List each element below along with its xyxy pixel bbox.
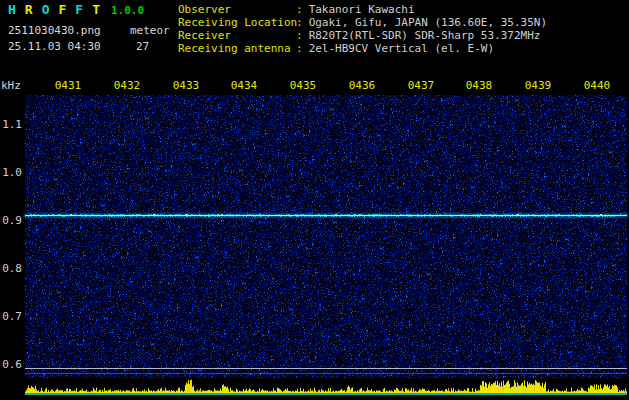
app-title-letter: F	[58, 2, 66, 17]
interference-line-1	[25, 368, 627, 369]
info-value: 2el-HB9CV Vertical (el. E-W)	[309, 42, 494, 55]
info-row-antenna: Receiving antenna:2el-HB9CV Vertical (el…	[178, 42, 547, 55]
info-label: Receiver	[178, 29, 296, 42]
mode-label: meteor	[130, 24, 170, 37]
app-title-letter: R	[25, 2, 33, 17]
time-tick-label: 0432	[114, 79, 141, 92]
freq-tick-label: 1.1	[0, 118, 22, 131]
separator: :	[296, 42, 303, 55]
separator: :	[296, 29, 303, 42]
app-title-letter: T	[92, 2, 100, 17]
app-title-letter: F	[75, 2, 83, 17]
interference-line-2	[25, 373, 627, 374]
app-title-letter: H	[8, 2, 16, 17]
info-value: Ogaki, Gifu, JAPAN (136.60E, 35.35N)	[309, 16, 547, 29]
datetime-label: 25.11.03 04:30	[8, 40, 101, 53]
time-tick-label: 0436	[349, 79, 376, 92]
info-value: Takanori Kawachi	[309, 3, 415, 16]
time-tick-label: 0435	[290, 79, 317, 92]
freq-tick-label: 1.0	[0, 166, 22, 179]
filename-label: 2511030430.png	[8, 24, 101, 37]
station-info: Observer:Takanori Kawachi Receiving Loca…	[178, 3, 547, 55]
freq-tick-label: 0.6	[0, 358, 22, 371]
time-tick-label: 0438	[466, 79, 493, 92]
spectrogram-canvas	[25, 95, 627, 378]
info-label: Receiving Location	[178, 16, 296, 29]
freq-unit-label: kHz	[1, 79, 21, 92]
info-label: Receiving antenna	[178, 42, 296, 55]
time-tick-label: 0440	[584, 79, 611, 92]
time-tick-label: 0431	[55, 79, 82, 92]
time-tick-label: 0433	[173, 79, 200, 92]
info-row-receiver: Receiver:R820T2(RTL-SDR) SDR-Sharp 53.37…	[178, 29, 547, 42]
freq-tick-label: 0.7	[0, 310, 22, 323]
app-title-letter: O	[42, 2, 50, 17]
version-label: 1.0.0	[111, 4, 144, 17]
time-tick-label: 0437	[408, 79, 435, 92]
info-row-observer: Observer:Takanori Kawachi	[178, 3, 547, 16]
info-value: R820T2(RTL-SDR) SDR-Sharp 53.372MHz	[309, 29, 541, 42]
time-tick-label: 0434	[231, 79, 258, 92]
freq-tick-label: 0.8	[0, 262, 22, 275]
level-baseline-line	[25, 393, 627, 395]
app-title: HROFFT1.0.0	[8, 2, 144, 17]
freq-tick-label: 0.9	[0, 214, 22, 227]
echo-count-label: 27	[136, 40, 149, 53]
carrier-line	[25, 215, 627, 216]
info-label: Observer	[178, 3, 296, 16]
separator: :	[296, 16, 303, 29]
time-tick-label: 0439	[525, 79, 552, 92]
hrofft-window: HROFFT1.0.0 2511030430.png meteor 25.11.…	[0, 0, 629, 400]
separator: :	[296, 3, 303, 16]
info-row-location: Receiving Location:Ogaki, Gifu, JAPAN (1…	[178, 16, 547, 29]
